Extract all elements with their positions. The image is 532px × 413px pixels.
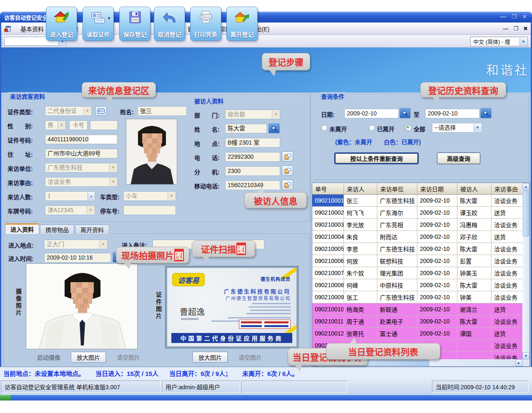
date-to-picker-button[interactable]: [480, 108, 492, 118]
table-row[interactable]: 090210005李思广东德生科技2009-02-10陈大雷洽谈业务: [312, 243, 522, 255]
table-row[interactable]: 090210002何飞飞广东海尔2009-02-10谭玉姣送货: [312, 207, 522, 219]
zoom-photo-button[interactable]: 放大图片: [71, 352, 106, 363]
col-header[interactable]: 来访事由: [492, 183, 522, 195]
tab-carried-items[interactable]: 携带物品: [40, 225, 74, 234]
zoom-card-button[interactable]: 放大图片: [193, 352, 228, 363]
table-row[interactable]: 090210008何峰中原科技2009-02-10陈大雷洽谈业务: [312, 279, 522, 291]
dept-combobox[interactable]: 综合部 ▼: [225, 110, 280, 119]
table-cell: 广东德生科技: [377, 291, 417, 303]
restore-button[interactable]: ❐: [512, 13, 517, 20]
table-cell: 广东德生科技: [377, 195, 417, 207]
count-stepper[interactable]: 1 ▲▼: [45, 191, 95, 201]
v-scrollbar[interactable]: ▲ ▼: [522, 183, 529, 359]
language-bar[interactable]: 中文 (简体) - 搜 ▼: [470, 37, 528, 46]
table-cell: 洽谈业务: [492, 243, 522, 255]
dial-mobile-button[interactable]: [282, 180, 293, 190]
chevron-down-icon[interactable]: ▼: [474, 124, 481, 132]
card-no-field[interactable]: [90, 120, 118, 130]
tab-entry-info[interactable]: 进入资料: [5, 223, 39, 234]
table-row[interactable]: 090210010杨海类新联通2009-02-10谢清兰送货: [312, 303, 522, 315]
menu-item-basic[interactable]: 基本资料: [15, 25, 49, 33]
dial-phone-button[interactable]: [282, 151, 293, 162]
tab-leave-info[interactable]: 离开资料: [75, 225, 109, 234]
print-receipt-button[interactable]: 打印凭条: [190, 7, 221, 41]
clear-card-button[interactable]: 清空图片: [233, 352, 268, 362]
parking-label: 停车号:: [100, 207, 120, 215]
mdi-minimize-button[interactable]: —: [503, 25, 508, 32]
visitor-name-field[interactable]: 张三: [138, 106, 187, 116]
start-camera-button[interactable]: 启动摄像: [31, 352, 66, 362]
advanced-query-button[interactable]: 高级查询: [437, 153, 480, 164]
col-header[interactable]: 单号: [312, 183, 344, 195]
close-button[interactable]: ✕: [522, 13, 527, 20]
card-logo: 访客易: [172, 273, 205, 286]
table-cell: 谭国: [457, 328, 492, 340]
address-field[interactable]: 广州市中山大道89号: [45, 149, 118, 158]
scroll-up-button[interactable]: ▲: [522, 183, 529, 190]
table-row[interactable]: 090210006何放联想科技2009-02-10彭置洽谈业务: [312, 255, 522, 267]
save-register-button[interactable]: 保存登记: [119, 7, 151, 41]
dropdown-arrow-icon[interactable]: ▼: [107, 16, 111, 20]
radio-all[interactable]: [405, 125, 412, 131]
cert-type-combobox[interactable]: 二代身份证 ▼: [45, 106, 92, 116]
col-header[interactable]: 被访人: [457, 183, 492, 195]
cancel-register-button[interactable]: 取消登记: [154, 7, 185, 41]
parking-field[interactable]: [123, 205, 176, 215]
reason-combobox[interactable]: 洽谈业务 ▼: [45, 177, 118, 187]
title-bar: 访客自动登记安全管理系统 — ❐ ✕: [0, 12, 532, 23]
secondary-toolbar: [0, 35, 532, 48]
plate-combobox[interactable]: 津A12345 ▼: [45, 205, 95, 215]
leave-register-button[interactable]: 离开登记: [226, 7, 258, 41]
search-visited-button[interactable]: [269, 123, 280, 133]
radio-not-left[interactable]: [321, 125, 327, 131]
spinner-buttons[interactable]: ▲▼: [88, 192, 94, 200]
table-row[interactable]: 090210007朱个奴理光集团2009-02-10钟美玉洽谈业务: [312, 267, 522, 279]
minimize-button[interactable]: —: [500, 13, 506, 20]
col-header[interactable]: 来访单位: [377, 183, 417, 195]
read-card-button[interactable]: ▼ 读取证件: [83, 7, 114, 41]
col-header[interactable]: 来访人: [344, 183, 377, 195]
date-from-field[interactable]: 2009-02-10: [344, 109, 399, 118]
table-row[interactable]: 090210004朱良附而达2009-02-10邓子欣送货: [312, 231, 522, 243]
table-row[interactable]: 090210011周于通赴美电子2009-02-10陈大雷洽谈业务: [312, 315, 522, 328]
table-row[interactable]: 090210009张工广东德生科技2009-02-10钟美洽谈业务: [312, 291, 522, 303]
phone-field[interactable]: 22992300: [225, 152, 280, 162]
mdi-close-button[interactable]: ✖: [523, 25, 528, 32]
date-label: 日期:: [321, 110, 335, 118]
query-select-combobox[interactable]: --请选择 ▼: [432, 123, 482, 133]
table-cell: 090210006: [312, 255, 344, 267]
requery-button[interactable]: 按以上条件重新查询: [334, 153, 419, 164]
visited-loc-field[interactable]: B幢 2301 室: [225, 138, 280, 148]
scroll-right-button[interactable]: ►: [515, 359, 522, 366]
vehicle-type-label: 车类型:: [100, 193, 120, 201]
ext-field[interactable]: 2300: [225, 166, 280, 176]
table-row[interactable]: 090210003李光放广东亮相2009-02-10冯惠梅洽谈业务: [312, 219, 522, 231]
entry-location-combobox[interactable]: 正大门 ▼: [44, 240, 108, 249]
vehicle-type-combobox[interactable]: 小车 ▼: [123, 191, 176, 201]
dial-ext-button[interactable]: [282, 165, 293, 176]
col-header[interactable]: 来访日期: [417, 183, 457, 195]
clear-photo-button[interactable]: 清空图片: [111, 352, 146, 362]
date-from-picker-button[interactable]: [399, 108, 411, 118]
table-cell: 何飞飞: [344, 207, 377, 219]
mobile-field[interactable]: 15602210349: [225, 180, 280, 190]
scroll-down-button[interactable]: ▼: [522, 352, 529, 359]
table-row[interactable]: 090210001张三广东德生科技2009-02-10陈大雷洽谈业务: [312, 195, 522, 207]
mdi-restore-button[interactable]: ❐: [513, 25, 518, 32]
gender-combobox[interactable]: 男 ▼: [45, 120, 66, 130]
card-image-label: 证件图片: [154, 292, 163, 320]
toolbar-grip[interactable]: [1, 37, 3, 46]
entry-time-field[interactable]: 2009-02-10 10:16: [44, 253, 111, 263]
table-cell: 彭置: [457, 255, 492, 267]
read-id-card-button[interactable]: [95, 106, 107, 116]
table-row[interactable]: 090210012张寄托富士通2009-02-10谭国送货: [312, 328, 522, 340]
enter-register-button[interactable]: 进入登记: [46, 7, 77, 41]
status-user: 用户:admin-超级用户: [162, 380, 240, 393]
radio-left[interactable]: [369, 125, 375, 131]
visited-name-field[interactable]: 陈大雷: [225, 124, 267, 133]
unit-combobox[interactable]: 广东德生科技 ▼: [45, 163, 118, 173]
v-scroll-thumb[interactable]: [523, 190, 529, 236]
date-to-field[interactable]: 2009-02-10: [425, 109, 479, 118]
table-cell: 送货: [492, 303, 522, 315]
chevron-down-icon[interactable]: ▼: [519, 38, 527, 45]
